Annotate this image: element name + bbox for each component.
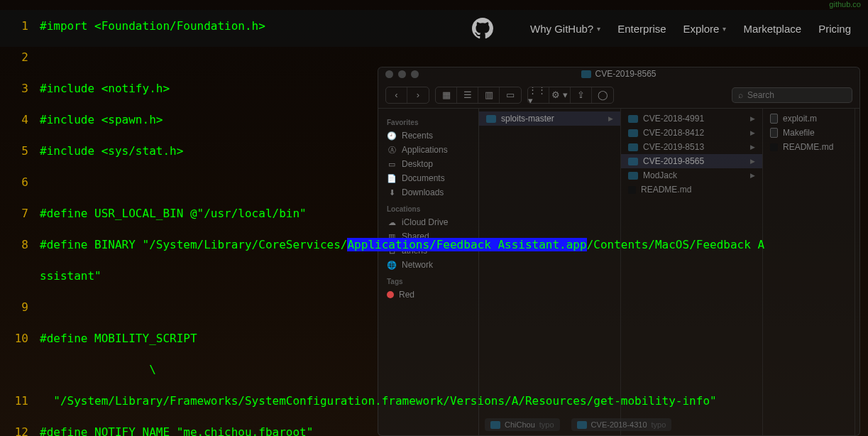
window-traffic-lights[interactable] — [385, 70, 419, 78]
code-line: "/System/Library/Frameworks/SystemConfig… — [40, 394, 717, 408]
clock-icon: 🕘 — [387, 131, 397, 141]
folder-icon — [581, 70, 591, 78]
code-selection[interactable]: Applications/Feedback Assistant.app — [347, 238, 586, 251]
folder-icon — [628, 129, 638, 137]
list-item-label: CVE-2018-8412 — [643, 128, 704, 138]
sidebar-item-desktop[interactable]: ▭Desktop — [378, 157, 478, 171]
close-icon[interactable] — [385, 70, 393, 78]
sidebar-item-label: Desktop — [402, 159, 433, 169]
finder-title: CVE-2019-8565 — [595, 69, 656, 79]
code-line-wrap: \ — [40, 363, 156, 376]
tag-dot-icon — [387, 291, 394, 298]
zoom-icon[interactable] — [411, 70, 419, 78]
root: github.co Why GitHub?▾ Enterprise Explor… — [0, 0, 868, 436]
code-line: #define BINARY "/System/Library/CoreServ… — [40, 238, 347, 251]
code-line: /Contents/MacOS/Feedback A — [587, 238, 764, 251]
code-line-wrap: ssistant" — [40, 269, 101, 283]
finder-titlebar[interactable]: CVE-2019-8565 — [378, 67, 859, 82]
code-line: #import <Foundation/Foundation.h> — [40, 19, 265, 33]
list-item[interactable]: CVE-2018-8412▶ — [621, 126, 762, 140]
code-line: #include <spawn.h> — [40, 113, 163, 126]
code-line: #define MOBILITY_SCRIPT — [40, 332, 197, 345]
file-icon — [770, 128, 778, 138]
desktop-icon: ▭ — [387, 159, 397, 169]
code-line: #define NOTIFY_NAME "me.chichou.fbaroot" — [40, 425, 313, 436]
code-line: #include <sys/stat.h> — [40, 144, 183, 158]
list-item-label: Makefile — [783, 128, 815, 138]
code-line: #define USR_LOCAL_BIN @"/usr/local/bin" — [40, 207, 307, 220]
terminal-code-overlay: 1#import <Foundation/Foundation.h> 2 3#i… — [0, 0, 868, 436]
chevron-right-icon: ▶ — [750, 129, 755, 136]
list-item[interactable]: Makefile — [763, 126, 855, 140]
browser-url-fragment: github.co — [829, 0, 861, 9]
code-view[interactable]: 1#import <Foundation/Foundation.h> 2 3#i… — [0, 0, 868, 436]
sidebar-item-label: Recents — [402, 131, 433, 141]
sidebar-item-recents[interactable]: 🕘Recents — [378, 129, 478, 143]
minimize-icon[interactable] — [398, 70, 406, 78]
code-line: #include <notify.h> — [40, 82, 170, 95]
sidebar-tag-label: Red — [399, 290, 414, 300]
